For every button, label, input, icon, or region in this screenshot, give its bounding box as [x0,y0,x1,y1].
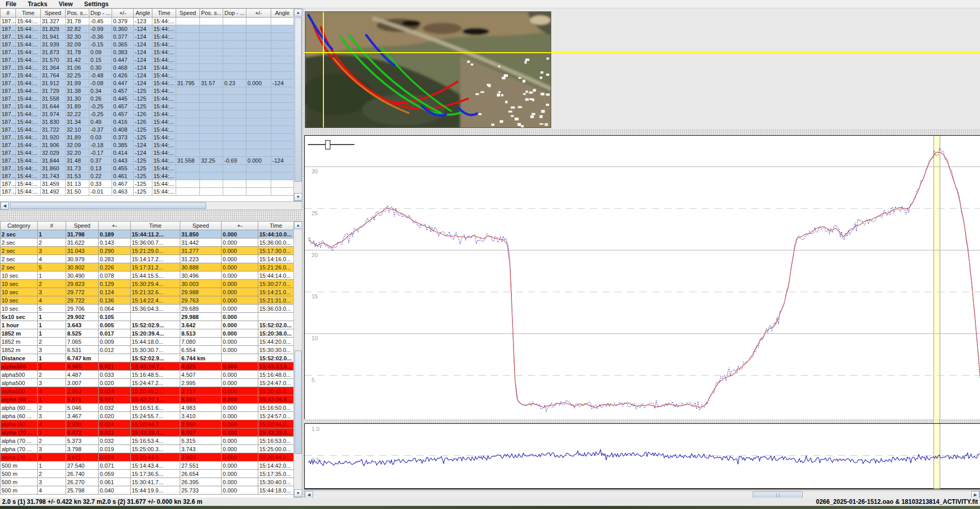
column-header[interactable]: +/- [246,9,271,18]
table-row[interactable]: 5x10 sec129.9020.10529.9880.000 [1,313,294,321]
table-row[interactable]: 187...15:44:...31.64431.89-0.250.457-125… [1,103,294,110]
column-header[interactable]: # [1,9,16,18]
column-header[interactable]: Time [131,221,180,230]
lower-accuracy-chart[interactable]: 1.00.5 [304,423,980,489]
raw-points-table[interactable]: #TimeSpeedPos. s...Dop - ...+/-AngleTime… [0,8,293,201]
main-speed-chart[interactable]: 30252015105 [304,135,980,419]
scroll-down-arrow-icon[interactable]: ▼ [294,193,302,201]
table-row[interactable]: 1852 m18.5250.01715:20:39.4...8.5130.000… [1,329,294,338]
table-row[interactable]: 187...15:44:...31.72232.10-0.370.408-125… [1,126,294,134]
table-row[interactable]: 500 m127.5400.07115:14:43.4...27.5510.00… [1,462,294,470]
table-row[interactable]: 187...15:44:...31.83031.340.490.416-1261… [1,118,294,126]
lower-chart-plot[interactable]: 1.00.5 [305,424,980,489]
column-header[interactable]: +- [99,221,131,230]
table-row[interactable]: 2 sec331.0430.29015:21:29.0...31.2770.00… [1,247,294,255]
column-header[interactable]: Speed [41,9,66,18]
raw-table-hscrollbar[interactable]: ◀ [0,201,302,210]
table-row[interactable]: 187...15:44:...31.93932.09-0.150.365-124… [1,41,294,49]
table-row[interactable]: 187...15:44:...31.76432.25-0.480.426-124… [1,72,294,79]
table-row[interactable]: 187...15:44:...31.36431.060.300.468-1241… [1,64,294,72]
table-row[interactable]: 2 sec231.6220.14315:36:00.7...31.4420.00… [1,238,294,247]
scroll-up-arrow-icon[interactable]: ▲ [294,221,302,229]
table-row[interactable]: alpha50014.9650.02115:43:24.7...4.8250.0… [1,362,294,371]
table-row[interactable]: alpha (70 ...43.0110.02415:20:44.1...2.8… [1,453,294,462]
table-row[interactable]: 500 m226.7400.05915:17:36.5...26.6540.00… [1,470,294,478]
table-row[interactable]: 187...15:44:...31.82932.82-0.990.360-124… [1,25,294,33]
table-row[interactable]: 10 sec529.7060.06415:36:04.3...29.6890.0… [1,305,294,313]
column-header[interactable]: Time [16,9,41,18]
column-header[interactable]: # [38,221,66,230]
table-row[interactable]: 187...15:44:...31.90632.09-0.180.385-124… [1,141,294,149]
column-header[interactable]: Pos. s... [66,9,89,18]
results-table[interactable]: Category#Speed+-TimeSpeed+-Time2 sec131.… [0,221,293,498]
table-row[interactable]: 187...15:44:...31.84431.480.370.443-1251… [1,157,294,165]
table-row[interactable]: alpha (60 ...42.9300.02415:20:44.7...2.8… [1,420,294,428]
table-row[interactable]: 10 sec329.7720.12415:21:32.6...29.9880.0… [1,288,294,296]
table-row[interactable]: alpha (60 ...33.4670.02015:24:55.7...3.4… [1,412,294,420]
table-row[interactable]: alpha (60 ...25.0460.03215:16:51.6...4.9… [1,404,294,412]
left-panel-splitter[interactable] [0,210,302,221]
table-row[interactable]: 187...15:44:...31.45931.130.330.467-1251… [1,180,294,188]
table-row[interactable]: 187...15:44:...31.94132.30-0.360.377-124… [1,33,294,41]
table-row[interactable]: alpha50024.4870.03315:16:48.5...4.5070.0… [1,371,294,379]
scroll-up-arrow-icon[interactable]: ▲ [294,9,302,17]
table-row[interactable]: 187...15:44:...31.49231.50-0.010.463-125… [1,188,294,196]
table-row[interactable]: 187...15:44:...31.74331.530.220.461-1251… [1,172,294,180]
column-header[interactable]: Category [1,221,38,230]
column-header[interactable]: Speed [66,221,99,230]
table-row[interactable]: 187...15:44:...31.92031.890.030.373-1251… [1,134,294,141]
table-row[interactable]: Distance16.747 km15:52:02.9...6.744 km15… [1,354,294,362]
column-header[interactable]: Speed [180,221,222,230]
menu-item-tracks[interactable]: Tracks [22,1,53,8]
scrollbar-thumb[interactable] [294,351,302,454]
scroll-down-arrow-icon[interactable]: ▼ [294,489,302,497]
map-chart-splitter[interactable] [305,129,980,135]
table-row[interactable]: 1 hour13.6430.00515:52:02.9...3.6420.000… [1,321,294,329]
column-header[interactable]: Angle [271,9,294,18]
table-row[interactable]: alpha (70 ...25.3730.03215:16:53.4...5.3… [1,437,294,445]
table-row[interactable]: alpha50042.8630.02415:20:45.2...2.7170.0… [1,387,294,395]
table-row[interactable]: 187...15:44:...31.32731.78-0.450.379-123… [1,18,294,25]
table-row[interactable]: 1852 m27.0650.00915:44:18.0...7.0800.000… [1,338,294,346]
column-header[interactable]: Dop - ... [223,9,246,18]
table-row[interactable]: 10 sec229.8230.12915:30:29.4...30.0030.0… [1,280,294,288]
column-header[interactable]: Dop - ... [89,9,112,18]
column-header[interactable]: +- [222,221,258,230]
table-row[interactable]: 2 sec530.8020.22615:17:31.2...30.8880.00… [1,263,294,272]
menu-item-settings[interactable]: Settings [79,1,114,8]
table-row[interactable]: 2 sec131.7980.18915:44:11.2...31.8500.00… [1,230,294,238]
table-row[interactable]: 187...15:44:...31.55831.300.260.445-1251… [1,95,294,103]
table-row[interactable]: 1852 m36.5310.01215:30:30.7...6.5540.000… [1,346,294,354]
table-row[interactable]: 187...15:44:...31.86031.730.130.455-1251… [1,165,294,172]
table-row[interactable]: 187...15:44:...31.87331.780.090.383-1241… [1,49,294,56]
table-row[interactable]: 187...15:44:...31.57031.420.150.447-1241… [1,56,294,64]
table-row[interactable]: 10 sec429.7220.13615:14:22.4...29.7630.0… [1,296,294,305]
table-row[interactable]: 187...15:44:...31.97432.22-0.250.457-126… [1,110,294,118]
table-row[interactable]: 187...15:44:...31.91231.99-0.080.447-124… [1,79,294,87]
table-row[interactable]: 187...15:44:...32.02932.20-0.170.414-124… [1,149,294,157]
table-row[interactable]: 187...15:44:...31.72931.380.340.457-1251… [1,87,294,95]
column-header[interactable]: +/- [112,9,134,18]
column-header[interactable]: Angle [134,9,152,18]
column-header[interactable]: Speed [176,9,200,18]
raw-table-vscrollbar[interactable]: ▲ ▼ [293,8,302,201]
column-header[interactable]: Time [152,9,176,18]
column-header[interactable]: Time [258,221,294,230]
scrollbar-thumb[interactable] [294,18,302,182]
table-row[interactable]: alpha (70 ...16.0720.02115:43:28.4...6.0… [1,428,294,437]
table-row[interactable]: alpha (60 ...15.5710.02115:43:27.1...5.5… [1,395,294,404]
table-row[interactable]: 500 m425.7980.04015:44:19.9...25.7330.00… [1,486,294,495]
chart-splitter[interactable] [304,419,980,423]
zoom-slider-handle[interactable] [325,140,330,149]
table-row[interactable]: 10 sec130.4900.07815:44:15.5...30.4960.0… [1,272,294,280]
table-row[interactable]: alpha50033.0070.02015:24:47.2...2.9950.0… [1,379,294,387]
results-table-vscrollbar[interactable]: ▲ ▼ [293,221,302,498]
menu-item-view[interactable]: View [53,1,79,8]
scrollbar-thumb[interactable] [10,202,206,209]
satellite-map[interactable] [305,11,551,128]
menu-item-file[interactable]: File [0,1,22,8]
table-row[interactable]: 2 sec430.9790.28315:14:17.2...31.2230.00… [1,255,294,263]
table-row[interactable]: alpha (70 ...33.7980.01915:25:00.3...3.7… [1,445,294,453]
main-chart-plot[interactable]: 30252015105 [305,136,980,420]
scroll-left-arrow-icon[interactable]: ◀ [1,202,9,210]
